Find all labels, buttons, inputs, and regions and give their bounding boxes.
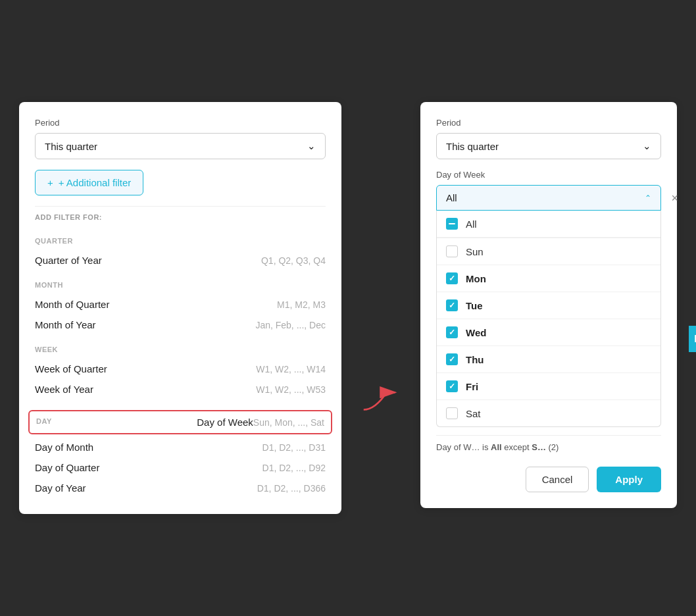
dow-option-fri[interactable]: Fri — [437, 373, 660, 400]
dow-option-label-tue: Tue — [466, 300, 483, 311]
period-label-left: Period — [35, 118, 326, 128]
add-filter-for-label: ADD FILTER FOR: — [35, 206, 326, 226]
partial-apply-button[interactable]: ly — [689, 326, 696, 352]
dow-option-sat[interactable]: Sat — [437, 400, 660, 426]
filter-item-values: M1, M2, M3 — [277, 299, 326, 310]
left-filter-panel: Period This quarter ⌄ + + Additional fil… — [19, 102, 341, 514]
plus-icon: + — [47, 177, 53, 188]
list-item[interactable]: Week of Quarter W1, W2, ..., W14 — [35, 359, 326, 379]
dow-option-tue[interactable]: Tue — [437, 292, 660, 319]
checkbox-empty-icon — [446, 245, 458, 257]
dow-label: Day of Week — [436, 170, 661, 180]
list-item[interactable]: Quarter of Year Q1, Q2, Q3, Q4 — [35, 250, 326, 270]
list-item[interactable]: Month of Year Jan, Feb, ..., Dec — [35, 315, 326, 335]
section-title-quarter: QUARTER — [35, 237, 326, 245]
period-label-right: Period — [436, 118, 661, 128]
period-dropdown-right[interactable]: This quarter ⌄ — [436, 133, 661, 159]
checkbox-checked-icon — [446, 272, 458, 284]
dow-option-wed[interactable]: Wed — [437, 319, 660, 346]
chevron-down-icon-right: ⌄ — [643, 140, 651, 152]
filter-item-values: D1, D2, ..., D31 — [262, 442, 326, 453]
dow-option-label-all: All — [466, 218, 477, 230]
filter-item-values: W1, W2, ..., W14 — [256, 364, 326, 374]
list-item[interactable]: Day of Year D1, D2, ..., D366 — [35, 478, 326, 498]
checkbox-all-icon — [446, 218, 458, 230]
list-item-day-of-week-highlighted[interactable]: DAY Day of Week Sun, Mon, ..., Sat — [28, 410, 332, 434]
close-button[interactable]: × — [664, 185, 685, 212]
button-row: Cancel Apply — [436, 467, 661, 492]
filter-item-name: Day of Year — [35, 482, 86, 494]
dow-dropdown-value: All — [446, 192, 457, 203]
summary-text: Day of W… is All except S… (2) — [436, 435, 661, 461]
filter-item-name: Month of Year — [35, 319, 96, 330]
checkbox-checked-icon — [446, 326, 458, 338]
list-item[interactable]: Month of Quarter M1, M2, M3 — [35, 294, 326, 315]
dow-option-label-fri: Fri — [466, 381, 478, 392]
dow-dropdown-trigger[interactable]: All ⌃ — [436, 185, 661, 211]
chevron-down-icon-left: ⌄ — [307, 140, 316, 152]
dow-option-mon[interactable]: Mon — [437, 265, 660, 292]
filter-item-name: Week of Quarter — [35, 363, 107, 374]
filter-item-values-day-of-week: Sun, Mon, ..., Sat — [253, 417, 324, 428]
filter-item-name: Quarter of Year — [35, 255, 102, 266]
section-title-week: WEEK — [35, 346, 326, 353]
filter-item-name: Day of Quarter — [35, 462, 99, 473]
list-item[interactable]: Week of Year W1, W2, ..., W53 — [35, 379, 326, 399]
minus-icon — [449, 223, 455, 224]
additional-filter-label: + Additional filter — [59, 177, 132, 188]
checkbox-checked-icon — [446, 299, 458, 311]
filter-item-values: W1, W2, ..., W53 — [256, 384, 326, 395]
filter-item-name: Week of Year — [35, 384, 93, 395]
dow-option-label-wed: Wed — [466, 327, 486, 338]
cancel-button[interactable]: Cancel — [526, 467, 589, 492]
additional-filter-button[interactable]: + + Additional filter — [35, 170, 143, 195]
dow-option-label-sat: Sat — [466, 408, 481, 419]
chevron-up-icon: ⌃ — [645, 193, 651, 203]
filter-item-name-day-of-week: Day of Week — [197, 417, 253, 428]
section-title-month: MONTH — [35, 281, 326, 289]
filter-item-name: Day of Month — [35, 442, 93, 453]
apply-button[interactable]: Apply — [597, 467, 661, 492]
checkbox-checked-icon — [446, 353, 458, 365]
dow-option-label-mon: Mon — [466, 273, 486, 284]
filter-list: QUARTER Quarter of Year Q1, Q2, Q3, Q4 M… — [35, 237, 326, 498]
filter-item-values: Jan, Feb, ..., Dec — [255, 320, 326, 330]
dow-dropdown-list: All Sun Mon Tue Wed — [436, 211, 661, 427]
filter-item-values: D1, D2, ..., D366 — [257, 483, 326, 494]
checkbox-empty-icon — [446, 407, 458, 419]
dow-option-label-sun: Sun — [466, 246, 484, 257]
period-dropdown-left[interactable]: This quarter ⌄ — [35, 133, 326, 159]
list-item[interactable]: Day of Quarter D1, D2, ..., D92 — [35, 457, 326, 478]
filter-item-values: Q1, Q2, Q3, Q4 — [261, 255, 326, 266]
checkbox-checked-icon — [446, 380, 458, 392]
list-item[interactable]: Day of Month D1, D2, ..., D31 — [35, 437, 326, 457]
arrow-indicator — [355, 102, 407, 418]
dow-option-all[interactable]: All — [437, 211, 660, 238]
filter-item-values: D1, D2, ..., D92 — [262, 463, 326, 473]
dow-option-sun[interactable]: Sun — [437, 238, 660, 265]
period-value-right: This quarter — [446, 141, 499, 152]
section-title-day: DAY — [36, 417, 52, 425]
dow-option-thu[interactable]: Thu — [437, 346, 660, 373]
filter-item-name: Month of Quarter — [35, 299, 109, 310]
period-value-left: This quarter — [45, 141, 97, 152]
right-filter-panel: Period This quarter ⌄ Day of Week All ⌃ … — [420, 102, 677, 508]
dow-option-label-thu: Thu — [466, 354, 484, 365]
